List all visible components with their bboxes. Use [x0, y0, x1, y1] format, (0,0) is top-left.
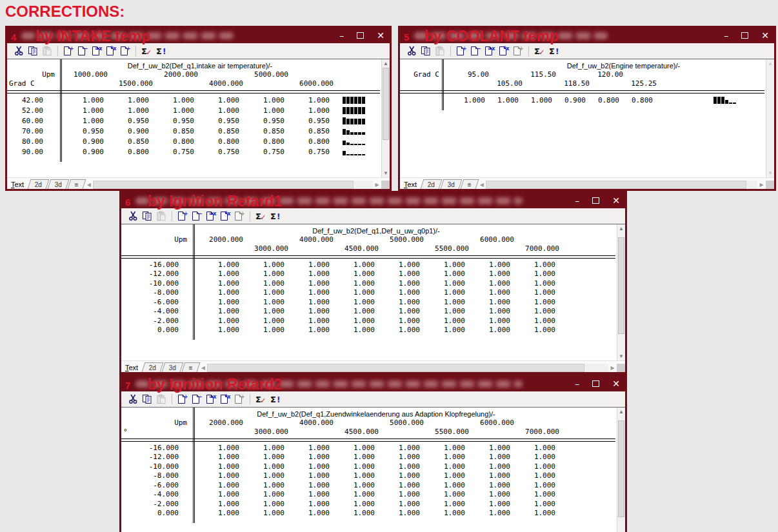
value-cell[interactable]: 0.750: [288, 148, 334, 156]
value-cell[interactable]: 1.000: [469, 481, 514, 489]
value-cell[interactable]: 1.000: [198, 317, 243, 325]
tab-≡[interactable]: ≡: [461, 179, 479, 189]
titlebar[interactable]: 6by Ignition Retard1–✕: [121, 193, 625, 208]
value-cell[interactable]: 1.000: [334, 317, 379, 325]
tab-≡[interactable]: ≡: [68, 179, 86, 189]
value-cell[interactable]: 1.000: [153, 106, 198, 115]
value-cell[interactable]: 0.800: [243, 137, 288, 146]
page-minus-icon[interactable]: −: [468, 45, 483, 57]
value-cell[interactable]: 1.000: [514, 288, 559, 297]
value-cell[interactable]: 1.000: [334, 453, 379, 461]
value-cell[interactable]: 1.000: [379, 317, 424, 325]
cut-icon[interactable]: [404, 45, 419, 57]
copy-icon[interactable]: [140, 393, 154, 405]
horizontal-scrollbar[interactable]: [93, 181, 373, 189]
horizontal-scroll-thumb[interactable]: [486, 181, 746, 189]
value-cell[interactable]: 1.000: [63, 96, 108, 104]
titlebar[interactable]: 5by COOLANT temp–✕: [400, 28, 774, 43]
vertical-scroll-thumb[interactable]: [618, 237, 624, 334]
value-cell[interactable]: 1.000: [469, 490, 514, 498]
value-cell[interactable]: 1.000: [424, 279, 469, 288]
value-cell[interactable]: 1.000: [198, 462, 243, 471]
scroll-right-arrow[interactable]: ▶: [757, 181, 766, 189]
value-cell[interactable]: 1.000: [288, 96, 334, 104]
value-cell[interactable]: 1.000: [198, 444, 243, 452]
value-cell[interactable]: 1.000: [334, 481, 379, 489]
page-plus-icon[interactable]: +: [454, 45, 468, 57]
sigma-exclaim-icon[interactable]: Σ!: [546, 45, 561, 57]
value-cell[interactable]: 1.000: [334, 279, 379, 288]
value-cell[interactable]: 1.000: [288, 307, 334, 315]
tab-text[interactable]: Text: [7, 179, 28, 189]
sigma-check-icon[interactable]: Σ✓: [139, 45, 154, 57]
value-cell[interactable]: 1.000: [379, 471, 424, 480]
value-cell[interactable]: 0.900: [63, 148, 108, 156]
page-minus-icon[interactable]: −: [190, 210, 204, 222]
scroll-down-arrow[interactable]: ▼: [617, 352, 625, 360]
value-cell[interactable]: 1.000: [514, 326, 559, 334]
value-cell[interactable]: 1.000: [243, 453, 288, 461]
value-cell[interactable]: 1.000: [334, 444, 379, 452]
value-cell[interactable]: 1.000: [379, 307, 424, 315]
value-cell[interactable]: 1.000: [288, 106, 334, 115]
scroll-up-arrow[interactable]: ▲: [617, 408, 625, 416]
value-cell[interactable]: 1.000: [198, 298, 243, 306]
scroll-up-arrow[interactable]: ▲: [766, 59, 774, 68]
value-cell[interactable]: 0.900: [108, 127, 153, 135]
value-cell[interactable]: 1.000: [514, 471, 559, 480]
close-button[interactable]: ✕: [612, 379, 620, 388]
value-cell[interactable]: 1.000: [334, 307, 379, 315]
scroll-left-arrow[interactable]: ◀: [85, 181, 93, 189]
page-equals-x-icon[interactable]: =x: [483, 45, 497, 57]
tab-3d[interactable]: 3d: [162, 362, 184, 372]
value-cell[interactable]: 1.000: [469, 288, 514, 297]
value-cell[interactable]: 0.850: [243, 127, 288, 135]
value-cell[interactable]: 1.000: [424, 481, 469, 489]
value-cell[interactable]: 1.000: [334, 471, 379, 480]
value-cell[interactable]: 1.000: [334, 490, 379, 498]
value-cell[interactable]: 1.000: [198, 106, 243, 115]
page-minus-icon[interactable]: −: [190, 393, 204, 405]
copy-icon[interactable]: [140, 210, 154, 222]
cut-icon[interactable]: [12, 45, 26, 57]
page-equals-x-icon[interactable]: =x: [204, 393, 218, 405]
value-cell[interactable]: 0.850: [198, 127, 243, 135]
value-cell[interactable]: 1.000: [514, 317, 559, 325]
value-cell[interactable]: 1.000: [198, 326, 243, 334]
horizontal-scroll-thumb[interactable]: [93, 181, 353, 189]
value-cell[interactable]: 1.000: [455, 96, 489, 104]
value-cell[interactable]: 1.000: [63, 106, 108, 115]
value-cell[interactable]: 1.000: [243, 462, 288, 471]
page-plus-icon[interactable]: +: [61, 45, 75, 57]
value-cell[interactable]: 0.950: [198, 117, 243, 125]
value-cell[interactable]: 1.000: [424, 298, 469, 306]
copy-icon[interactable]: [26, 45, 40, 57]
value-cell[interactable]: 1.000: [379, 490, 424, 498]
value-cell[interactable]: 0.950: [63, 127, 108, 135]
titlebar[interactable]: 4by INTAKE temp–✕: [7, 28, 390, 43]
value-cell[interactable]: 1.000: [469, 500, 514, 508]
page-minus-icon[interactable]: −: [75, 45, 90, 57]
value-cell[interactable]: 1.000: [469, 444, 514, 452]
sigma-exclaim-icon[interactable]: Σ!: [154, 45, 168, 57]
value-cell[interactable]: 1.000: [379, 444, 424, 452]
value-cell[interactable]: 1.000: [469, 326, 514, 334]
resize-corner[interactable]: [766, 181, 774, 189]
value-cell[interactable]: 0.950: [153, 117, 198, 125]
value-cell[interactable]: 0.750: [243, 148, 288, 156]
scroll-up-arrow[interactable]: ▲: [382, 59, 390, 68]
value-cell[interactable]: 1.000: [379, 326, 424, 334]
value-cell[interactable]: 1.000: [514, 298, 559, 306]
value-cell[interactable]: 1.000: [243, 279, 288, 288]
value-cell[interactable]: 1.000: [424, 270, 469, 278]
value-cell[interactable]: 1.000: [489, 96, 523, 104]
tab-text[interactable]: Text: [400, 179, 421, 189]
horizontal-scrollbar[interactable]: [486, 181, 757, 189]
vertical-scrollbar[interactable]: ▲▼: [381, 59, 390, 177]
value-cell[interactable]: 1.000: [198, 288, 243, 297]
value-cell[interactable]: 1.000: [424, 462, 469, 471]
value-cell[interactable]: 1.000: [379, 500, 424, 508]
value-cell[interactable]: 1.000: [469, 261, 514, 269]
close-button[interactable]: ✕: [612, 196, 620, 205]
vertical-scrollbar[interactable]: ▲▼: [617, 408, 625, 532]
